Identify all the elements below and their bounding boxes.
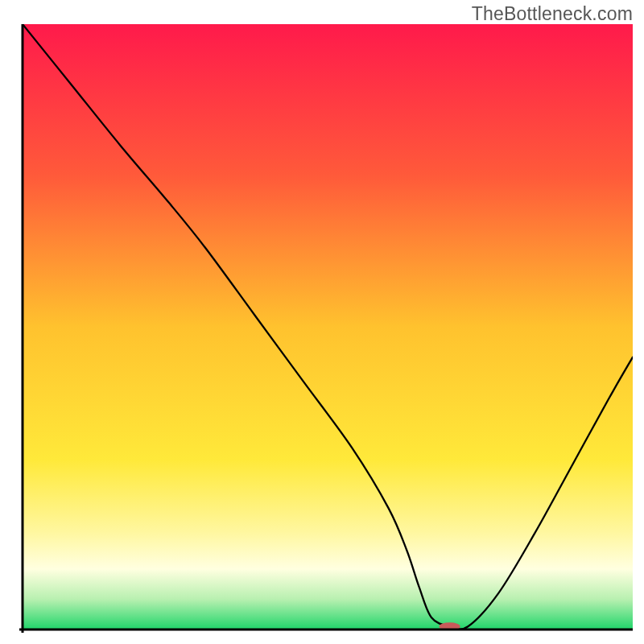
bottleneck-chart bbox=[0, 0, 644, 644]
svg-rect-1 bbox=[23, 24, 633, 630]
chart-container: { "watermark": "TheBottleneck.com", "cha… bbox=[0, 0, 644, 644]
watermark-text: TheBottleneck.com bbox=[472, 3, 633, 25]
